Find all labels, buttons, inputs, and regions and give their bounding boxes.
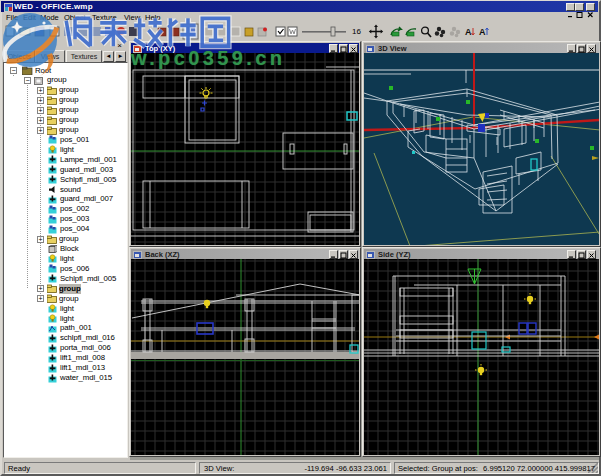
svg-text:A: A [479,27,486,37]
svg-text:16: 16 [352,27,361,36]
svg-text:A: A [465,27,472,37]
